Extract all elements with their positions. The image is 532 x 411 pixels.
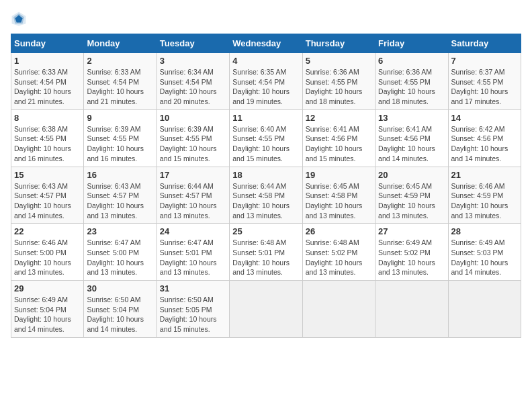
day-number: 1 [14, 56, 81, 66]
day-cell [448, 281, 521, 338]
day-cell: 4Sunrise: 6:35 AM Sunset: 4:54 PM Daylig… [230, 53, 302, 110]
day-number: 14 [451, 113, 518, 123]
day-cell: 29Sunrise: 6:49 AM Sunset: 5:04 PM Dayli… [11, 281, 84, 338]
day-info: Sunrise: 6:47 AM Sunset: 5:00 PM Dayligh… [87, 238, 153, 277]
day-info: Sunrise: 6:49 AM Sunset: 5:02 PM Dayligh… [378, 238, 445, 277]
day-info: Sunrise: 6:48 AM Sunset: 5:01 PM Dayligh… [232, 238, 299, 277]
day-info: Sunrise: 6:39 AM Sunset: 4:55 PM Dayligh… [87, 124, 153, 164]
day-cell: 24Sunrise: 6:47 AM Sunset: 5:01 PM Dayli… [157, 224, 229, 281]
day-number: 27 [378, 226, 445, 236]
day-number: 19 [306, 170, 372, 180]
day-cell: 8Sunrise: 6:38 AM Sunset: 4:55 PM Daylig… [11, 109, 84, 167]
day-number: 20 [378, 170, 445, 180]
day-cell: 16Sunrise: 6:43 AM Sunset: 4:57 PM Dayli… [84, 167, 157, 224]
week-row-1: 1Sunrise: 6:33 AM Sunset: 4:54 PM Daylig… [11, 53, 521, 110]
day-info: Sunrise: 6:33 AM Sunset: 4:54 PM Dayligh… [87, 67, 153, 107]
day-cell: 18Sunrise: 6:44 AM Sunset: 4:58 PM Dayli… [230, 167, 302, 224]
day-info: Sunrise: 6:44 AM Sunset: 4:58 PM Dayligh… [232, 181, 299, 221]
logo-icon [11, 11, 27, 27]
day-info: Sunrise: 6:37 AM Sunset: 4:55 PM Dayligh… [451, 67, 518, 107]
day-info: Sunrise: 6:43 AM Sunset: 4:57 PM Dayligh… [14, 181, 81, 221]
day-cell [302, 281, 375, 338]
day-cell: 5Sunrise: 6:36 AM Sunset: 4:55 PM Daylig… [302, 53, 375, 110]
day-number: 5 [306, 56, 372, 66]
column-header-saturday: Saturday [448, 34, 521, 53]
header-row: SundayMondayTuesdayWednesdayThursdayFrid… [11, 34, 521, 53]
day-info: Sunrise: 6:45 AM Sunset: 4:58 PM Dayligh… [306, 181, 372, 221]
week-row-3: 15Sunrise: 6:43 AM Sunset: 4:57 PM Dayli… [11, 167, 521, 224]
day-info: Sunrise: 6:44 AM Sunset: 4:57 PM Dayligh… [160, 181, 226, 221]
calendar-table: SundayMondayTuesdayWednesdayThursdayFrid… [11, 34, 521, 338]
day-number: 3 [160, 56, 226, 66]
day-info: Sunrise: 6:36 AM Sunset: 4:55 PM Dayligh… [306, 67, 372, 107]
week-row-2: 8Sunrise: 6:38 AM Sunset: 4:55 PM Daylig… [11, 109, 521, 167]
day-number: 18 [232, 170, 299, 180]
day-cell: 12Sunrise: 6:41 AM Sunset: 4:56 PM Dayli… [302, 109, 375, 167]
day-number: 11 [232, 113, 299, 123]
day-info: Sunrise: 6:47 AM Sunset: 5:01 PM Dayligh… [160, 238, 226, 277]
day-info: Sunrise: 6:41 AM Sunset: 4:56 PM Dayligh… [378, 124, 445, 164]
day-cell: 30Sunrise: 6:50 AM Sunset: 5:04 PM Dayli… [84, 281, 157, 338]
day-number: 25 [232, 226, 299, 236]
day-info: Sunrise: 6:35 AM Sunset: 4:54 PM Dayligh… [232, 67, 299, 107]
day-number: 22 [14, 226, 81, 236]
day-cell: 9Sunrise: 6:39 AM Sunset: 4:55 PM Daylig… [84, 109, 157, 167]
day-cell: 7Sunrise: 6:37 AM Sunset: 4:55 PM Daylig… [448, 53, 521, 110]
day-number: 10 [160, 113, 226, 123]
day-number: 16 [87, 170, 153, 180]
day-cell: 15Sunrise: 6:43 AM Sunset: 4:57 PM Dayli… [11, 167, 84, 224]
day-info: Sunrise: 6:36 AM Sunset: 4:55 PM Dayligh… [378, 67, 445, 107]
day-cell: 23Sunrise: 6:47 AM Sunset: 5:00 PM Dayli… [84, 224, 157, 281]
column-header-tuesday: Tuesday [157, 34, 229, 53]
day-cell: 2Sunrise: 6:33 AM Sunset: 4:54 PM Daylig… [84, 53, 157, 110]
day-info: Sunrise: 6:38 AM Sunset: 4:55 PM Dayligh… [14, 124, 81, 164]
day-cell: 21Sunrise: 6:46 AM Sunset: 4:59 PM Dayli… [448, 167, 521, 224]
day-info: Sunrise: 6:43 AM Sunset: 4:57 PM Dayligh… [87, 181, 153, 221]
day-info: Sunrise: 6:41 AM Sunset: 4:56 PM Dayligh… [306, 124, 372, 164]
day-cell: 6Sunrise: 6:36 AM Sunset: 4:55 PM Daylig… [375, 53, 448, 110]
day-cell: 28Sunrise: 6:49 AM Sunset: 5:03 PM Dayli… [448, 224, 521, 281]
day-info: Sunrise: 6:50 AM Sunset: 5:04 PM Dayligh… [87, 295, 153, 334]
day-number: 9 [87, 113, 153, 123]
column-header-wednesday: Wednesday [230, 34, 302, 53]
day-number: 15 [14, 170, 81, 180]
day-number: 28 [451, 226, 518, 236]
day-info: Sunrise: 6:46 AM Sunset: 4:59 PM Dayligh… [451, 181, 518, 221]
day-cell: 14Sunrise: 6:42 AM Sunset: 4:56 PM Dayli… [448, 109, 521, 167]
week-row-4: 22Sunrise: 6:46 AM Sunset: 5:00 PM Dayli… [11, 224, 521, 281]
column-header-sunday: Sunday [11, 34, 84, 53]
day-number: 12 [306, 113, 372, 123]
day-info: Sunrise: 6:46 AM Sunset: 5:00 PM Dayligh… [14, 238, 81, 277]
day-number: 8 [14, 113, 81, 123]
column-header-friday: Friday [375, 34, 448, 53]
day-info: Sunrise: 6:34 AM Sunset: 4:54 PM Dayligh… [160, 67, 226, 107]
day-cell: 3Sunrise: 6:34 AM Sunset: 4:54 PM Daylig… [157, 53, 229, 110]
day-number: 23 [87, 226, 153, 236]
day-cell: 26Sunrise: 6:48 AM Sunset: 5:02 PM Dayli… [302, 224, 375, 281]
day-cell: 27Sunrise: 6:49 AM Sunset: 5:02 PM Dayli… [375, 224, 448, 281]
day-cell: 25Sunrise: 6:48 AM Sunset: 5:01 PM Dayli… [230, 224, 302, 281]
day-info: Sunrise: 6:39 AM Sunset: 4:55 PM Dayligh… [160, 124, 226, 164]
day-info: Sunrise: 6:33 AM Sunset: 4:54 PM Dayligh… [14, 67, 81, 107]
day-number: 6 [378, 56, 445, 66]
day-number: 7 [451, 56, 518, 66]
logo [11, 11, 30, 27]
page-header [11, 11, 521, 27]
day-number: 4 [232, 56, 299, 66]
day-info: Sunrise: 6:48 AM Sunset: 5:02 PM Dayligh… [306, 238, 372, 277]
day-cell [230, 281, 302, 338]
day-cell [375, 281, 448, 338]
day-cell: 20Sunrise: 6:45 AM Sunset: 4:59 PM Dayli… [375, 167, 448, 224]
day-cell: 22Sunrise: 6:46 AM Sunset: 5:00 PM Dayli… [11, 224, 84, 281]
day-info: Sunrise: 6:49 AM Sunset: 5:03 PM Dayligh… [451, 238, 518, 277]
day-info: Sunrise: 6:42 AM Sunset: 4:56 PM Dayligh… [451, 124, 518, 164]
day-info: Sunrise: 6:50 AM Sunset: 5:05 PM Dayligh… [160, 295, 226, 334]
day-info: Sunrise: 6:45 AM Sunset: 4:59 PM Dayligh… [378, 181, 445, 221]
column-header-monday: Monday [84, 34, 157, 53]
day-cell: 11Sunrise: 6:40 AM Sunset: 4:55 PM Dayli… [230, 109, 302, 167]
column-header-thursday: Thursday [302, 34, 375, 53]
day-number: 2 [87, 56, 153, 66]
day-number: 26 [306, 226, 372, 236]
day-number: 21 [451, 170, 518, 180]
day-info: Sunrise: 6:49 AM Sunset: 5:04 PM Dayligh… [14, 295, 81, 334]
